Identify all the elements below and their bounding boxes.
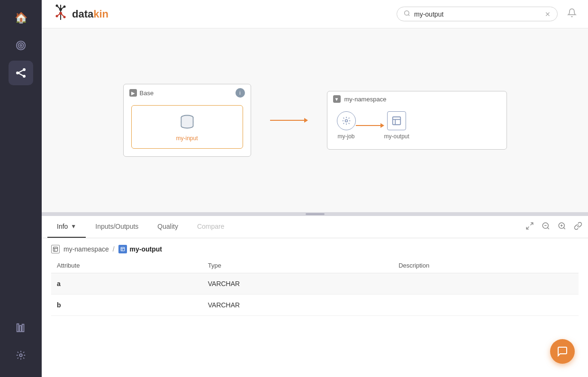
- schema-table: Attribute Type Description a VARCHAR b V…: [51, 258, 579, 316]
- svg-point-26: [345, 120, 347, 122]
- tab-quality[interactable]: Quality: [148, 216, 188, 238]
- tab-info-label: Info: [57, 223, 68, 230]
- graph-layout: ▶ Base i: [123, 84, 507, 157]
- search-clear-icon[interactable]: ✕: [545, 10, 551, 18]
- svg-point-5: [23, 75, 25, 77]
- sidebar-item-target[interactable]: [9, 33, 33, 58]
- row-b-description: [393, 295, 579, 316]
- svg-line-7: [18, 73, 23, 76]
- chat-fab[interactable]: [550, 339, 575, 364]
- base-cluster-body: my-input: [124, 100, 251, 156]
- svg-point-4: [23, 69, 25, 71]
- svg-line-31: [526, 227, 529, 229]
- panel-divider[interactable]: [42, 212, 588, 216]
- job-icon: [337, 111, 356, 130]
- job-node-label: my-job: [337, 133, 354, 140]
- svg-rect-39: [54, 247, 58, 251]
- input-node-card[interactable]: my-input: [131, 105, 243, 149]
- sidebar-item-settings[interactable]: [9, 343, 33, 368]
- svg-point-21: [56, 15, 58, 18]
- output-node-label: my-output: [384, 133, 409, 140]
- svg-rect-42: [121, 247, 125, 251]
- table-row: b VARCHAR: [51, 295, 579, 316]
- ns-cluster-toggle[interactable]: ▼: [333, 95, 341, 103]
- tab-info-chevron: ▼: [71, 223, 76, 230]
- row-a-attribute: a: [51, 273, 202, 295]
- topbar: datakin ✕: [42, 0, 588, 28]
- sidebar-item-library[interactable]: [9, 315, 33, 340]
- row-a-type: VARCHAR: [202, 273, 393, 295]
- output-node[interactable]: my-output: [384, 111, 409, 140]
- arrow-line-1: [270, 120, 304, 121]
- svg-line-33: [547, 227, 549, 229]
- svg-point-3: [17, 72, 18, 74]
- svg-rect-9: [19, 325, 21, 332]
- sidebar-item-home[interactable]: 🏠: [9, 6, 33, 30]
- svg-point-23: [405, 11, 409, 15]
- base-cluster-toggle[interactable]: ▶: [129, 89, 137, 97]
- svg-point-22: [63, 16, 66, 18]
- col-description: Description: [393, 258, 579, 273]
- base-cluster-info[interactable]: i: [235, 88, 245, 98]
- notification-bell-icon[interactable]: [567, 8, 577, 20]
- tab-info[interactable]: Info ▼: [47, 216, 86, 238]
- breadcrumb-doc-icon: [118, 245, 127, 253]
- tabs-bar: Info ▼ Inputs/Outputs Quality Compare: [42, 216, 588, 238]
- tab-inputs-outputs[interactable]: Inputs/Outputs: [86, 216, 148, 238]
- job-node[interactable]: my-job: [337, 111, 356, 140]
- zoom-in-icon[interactable]: [558, 222, 566, 232]
- logo-icon: [53, 3, 68, 25]
- search-bar[interactable]: ✕: [397, 7, 558, 21]
- graph-arrow-1: [270, 118, 308, 123]
- svg-rect-8: [17, 324, 19, 332]
- namespace-cluster: ▼ my-namespace my-job: [327, 91, 507, 150]
- tab-compare-label: Compare: [197, 223, 225, 230]
- breadcrumb: my-namespace / my-output: [42, 238, 588, 258]
- row-a-description: [393, 273, 579, 295]
- breadcrumb-current-label: my-output: [130, 245, 162, 253]
- link-icon[interactable]: [574, 222, 582, 232]
- ns-cluster-body: my-job: [327, 107, 507, 149]
- svg-line-6: [18, 70, 23, 73]
- base-cluster-header: ▶ Base i: [124, 84, 251, 100]
- tab-quality-label: Quality: [157, 223, 178, 230]
- arrow-head-1: [304, 118, 308, 123]
- sidebar-item-graph[interactable]: [9, 61, 33, 85]
- svg-line-30: [531, 223, 533, 225]
- breadcrumb-current: my-output: [118, 245, 162, 253]
- svg-point-18: [56, 5, 58, 7]
- schema-table-body: a VARCHAR b VARCHAR: [51, 273, 579, 316]
- ns-cluster-label: my-namespace: [344, 96, 387, 103]
- graph-arrow-2: [356, 123, 384, 128]
- tab-inputs-outputs-label: Inputs/Outputs: [95, 223, 138, 230]
- svg-point-20: [59, 12, 62, 15]
- svg-point-17: [59, 8, 62, 11]
- input-db-icon: [178, 112, 197, 131]
- svg-point-11: [19, 354, 22, 357]
- svg-rect-10: [22, 324, 24, 332]
- breadcrumb-separator: /: [113, 245, 115, 253]
- zoom-out-icon[interactable]: [542, 222, 550, 232]
- svg-line-36: [563, 227, 565, 229]
- expand-icon[interactable]: [525, 222, 534, 232]
- sidebar: 🏠: [0, 0, 42, 377]
- col-type: Type: [202, 258, 393, 273]
- svg-rect-27: [393, 117, 401, 125]
- breadcrumb-namespace: my-namespace: [63, 245, 109, 253]
- base-cluster: ▶ Base i: [123, 84, 251, 157]
- col-attribute: Attribute: [51, 258, 202, 273]
- graph-area[interactable]: ▶ Base i: [42, 28, 588, 212]
- logo: datakin: [53, 3, 109, 25]
- arrow-line-2: [356, 125, 380, 126]
- schema-table-header: Attribute Type Description: [51, 258, 579, 273]
- logo-text: datakin: [72, 8, 109, 20]
- graph-canvas: ▶ Base i: [42, 28, 588, 212]
- ns-cluster-header: ▼ my-namespace: [327, 91, 507, 107]
- row-b-type: VARCHAR: [202, 295, 393, 316]
- tab-compare: Compare: [188, 216, 234, 238]
- row-b-attribute: b: [51, 295, 202, 316]
- arrow-head-2: [380, 123, 384, 128]
- svg-point-1: [18, 43, 24, 48]
- search-input[interactable]: [414, 10, 541, 18]
- bottom-panel: Info ▼ Inputs/Outputs Quality Compare: [42, 216, 588, 377]
